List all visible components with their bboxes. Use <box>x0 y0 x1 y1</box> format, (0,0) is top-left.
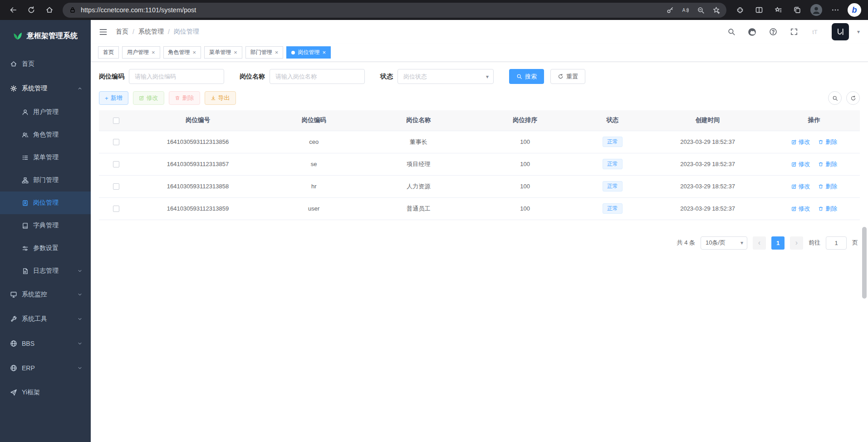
row-checkbox[interactable] <box>113 206 119 212</box>
sidebar-item-system-tools[interactable]: 系统工具 <box>0 307 91 331</box>
refresh-table-button[interactable] <box>846 91 860 105</box>
export-button[interactable]: 导出 <box>205 91 236 105</box>
password-key-icon[interactable] <box>662 3 677 17</box>
monitor-icon <box>10 291 17 298</box>
goto-label: 前往 <box>809 239 820 247</box>
menu-list-icon <box>22 154 29 161</box>
post-name-input[interactable] <box>270 69 365 84</box>
tab-menu-mgmt[interactable]: 菜单管理 × <box>204 46 242 59</box>
profile-avatar[interactable] <box>807 2 825 18</box>
row-checkbox[interactable] <box>113 139 119 145</box>
refresh-button[interactable] <box>23 2 40 18</box>
split-screen-icon[interactable] <box>750 2 768 18</box>
breadcrumb-system-mgmt[interactable]: 系统管理 <box>138 28 164 36</box>
cell-post-id: 1641030593112313859 <box>133 197 262 220</box>
tab-user-mgmt[interactable]: 用户管理 × <box>122 46 160 59</box>
search-button-label: 搜索 <box>525 73 537 81</box>
tab-close-icon[interactable]: × <box>322 49 326 55</box>
chevron-down-icon <box>77 316 83 322</box>
chevron-up-icon <box>77 86 83 91</box>
select-all-checkbox[interactable] <box>113 118 119 124</box>
row-checkbox[interactable] <box>113 183 119 190</box>
bing-icon: b <box>848 3 861 17</box>
add-favorite-icon[interactable] <box>708 3 724 17</box>
tab-close-icon[interactable]: × <box>193 49 196 55</box>
row-delete-link[interactable]: 删除 <box>818 205 837 213</box>
next-page-button[interactable]: › <box>790 236 803 250</box>
tab-dept-mgmt[interactable]: 部门管理 × <box>245 46 284 59</box>
row-delete-link[interactable]: 删除 <box>818 160 837 168</box>
row-edit-link[interactable]: 修改 <box>791 205 810 213</box>
add-button-label: 新增 <box>111 94 123 102</box>
extensions-icon[interactable] <box>731 2 749 18</box>
sidebar-item-user-mgmt[interactable]: 用户管理 <box>0 101 91 123</box>
page-content: 岗位编码 岗位名称 状态 岗位状态 ▾ <box>91 62 868 442</box>
edit-button[interactable]: 修改 <box>133 91 164 105</box>
tab-close-icon[interactable]: × <box>152 49 155 55</box>
toggle-search-button[interactable] <box>828 91 842 105</box>
row-edit-link[interactable]: 修改 <box>791 182 810 191</box>
tab-role-mgmt[interactable]: 角色管理 × <box>163 46 201 59</box>
avatar-caret-icon[interactable]: ▾ <box>857 29 860 35</box>
tab-close-icon[interactable]: × <box>234 49 237 55</box>
goto-page-input[interactable] <box>826 236 847 250</box>
delete-button[interactable]: 删除 <box>169 91 200 105</box>
sidebar-item-dept-mgmt[interactable]: 部门管理 <box>0 169 91 192</box>
settings-menu-icon[interactable] <box>826 2 844 18</box>
scrollbar-thumb[interactable] <box>862 227 867 299</box>
tab-close-icon[interactable]: × <box>275 49 279 55</box>
sidebar-item-erp[interactable]: ERP <box>0 356 91 380</box>
address-bar[interactable]: https://ccnetcore.com:1101/system/post A <box>63 3 726 18</box>
url-text[interactable]: https://ccnetcore.com:1101/system/post <box>81 6 662 14</box>
fullscreen-icon[interactable] <box>787 25 801 39</box>
search-button[interactable]: 搜索 <box>509 69 544 84</box>
favorites-icon[interactable] <box>769 2 787 18</box>
tab-post-mgmt[interactable]: 岗位管理 × <box>286 46 331 59</box>
bing-copilot-button[interactable]: b <box>845 2 863 18</box>
github-icon[interactable] <box>745 25 759 39</box>
breadcrumb-home[interactable]: 首页 <box>116 28 128 36</box>
row-checkbox[interactable] <box>113 161 119 167</box>
sidebar-item-system-mgmt[interactable]: 系统管理 <box>0 76 91 101</box>
help-icon[interactable] <box>766 25 780 39</box>
table-row: 1641030593112313858 hr 人力资源 100 正常 2023-… <box>99 175 860 197</box>
sidebar-item-yi-framework[interactable]: Yi框架 <box>0 380 91 405</box>
font-size-icon[interactable]: tT <box>808 25 822 39</box>
collections-icon[interactable] <box>788 2 806 18</box>
tab-home[interactable]: 首页 <box>98 46 119 59</box>
sidebar-item-home[interactable]: 首页 <box>0 52 91 76</box>
row-edit-link[interactable]: 修改 <box>791 160 810 168</box>
sidebar-item-post-mgmt[interactable]: 岗位管理 <box>0 192 91 214</box>
status-select[interactable]: 岗位状态 ▾ <box>397 69 494 84</box>
edit-icon <box>139 95 144 101</box>
row-delete-link[interactable]: 删除 <box>818 182 837 191</box>
page-size-select[interactable]: 10条/页 ▾ <box>701 236 747 250</box>
header-search-icon[interactable] <box>725 25 738 39</box>
sidebar-toggle-icon[interactable] <box>99 28 108 36</box>
back-button[interactable] <box>5 2 22 18</box>
breadcrumb-current: 岗位管理 <box>174 28 199 36</box>
row-edit-link[interactable]: 修改 <box>791 138 810 146</box>
read-aloud-icon[interactable]: A <box>677 3 693 17</box>
tab-label: 部门管理 <box>250 49 272 56</box>
prev-page-button[interactable]: ‹ <box>753 236 766 250</box>
home-button[interactable] <box>41 2 58 18</box>
reset-button[interactable]: 重置 <box>550 69 585 84</box>
user-avatar[interactable] <box>832 23 849 40</box>
site-permissions-icon[interactable] <box>69 6 76 14</box>
sidebar-item-system-monitor[interactable]: 系统监控 <box>0 282 91 307</box>
current-page-button[interactable]: 1 <box>771 236 785 250</box>
status-badge: 正常 <box>603 137 623 147</box>
row-delete-link[interactable]: 删除 <box>818 138 837 146</box>
sidebar-item-bbs[interactable]: BBS <box>0 331 91 356</box>
post-code-input[interactable] <box>129 69 224 84</box>
sidebar-item-log-mgmt[interactable]: 日志管理 <box>0 260 91 282</box>
sidebar-item-menu-mgmt[interactable]: 菜单管理 <box>0 146 91 169</box>
page-size-value: 10条/页 <box>706 239 726 247</box>
sidebar-item-param-settings[interactable]: 参数设置 <box>0 237 91 260</box>
zoom-icon[interactable] <box>693 3 708 17</box>
sidebar-item-role-mgmt[interactable]: 角色管理 <box>0 123 91 146</box>
sidebar-item-dict-mgmt[interactable]: 字典管理 <box>0 214 91 237</box>
add-button[interactable]: + 新增 <box>99 91 128 105</box>
breadcrumb: 首页 / 系统管理 / 岗位管理 <box>116 28 199 36</box>
